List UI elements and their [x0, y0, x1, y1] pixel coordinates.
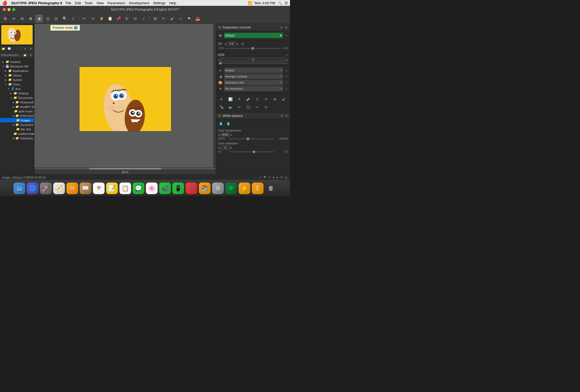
- panel-btn-close[interactable]: ✕: [28, 47, 33, 51]
- tree-item-desktop[interactable]: ▶ 📁 Desktop: [0, 60, 34, 64]
- dock-trash[interactable]: 🗑: [265, 183, 277, 194]
- ev-track[interactable]: [225, 48, 281, 49]
- tool-levels[interactable]: 📊: [227, 95, 234, 103]
- color-defl-increase[interactable]: ▶: [230, 146, 233, 149]
- dock-sigma[interactable]: Σ: [252, 183, 264, 194]
- panel-btn-info[interactable]: 💬: [7, 47, 12, 51]
- tool-crop2[interactable]: ⬛: [244, 103, 252, 111]
- menu-file[interactable]: File: [66, 1, 71, 5]
- path-folder-btn[interactable]: 📁: [23, 53, 27, 58]
- toolbar-warning[interactable]: ⚠: [69, 15, 77, 22]
- toolbar-preview[interactable]: ▣: [35, 15, 43, 22]
- toolbar-grid2[interactable]: ⊞: [151, 15, 159, 22]
- wb-close-icon[interactable]: ✕: [285, 114, 288, 118]
- toolbar-check[interactable]: ✓: [140, 15, 148, 22]
- tree-item-dvdfab[interactable]: ▶ 📁 DVDFab10: [0, 113, 34, 118]
- preset-add-btn[interactable]: +: [284, 33, 288, 38]
- status-undo[interactable]: ↺: [280, 175, 283, 179]
- wb-expand-icon[interactable]: ≫: [280, 114, 284, 117]
- hdr-value[interactable]: 0: [220, 58, 286, 62]
- toolbar-flip[interactable]: ⇄: [132, 15, 139, 22]
- color-temp-increase[interactable]: ▶: [230, 133, 233, 136]
- tree-item-desktop2[interactable]: ▶ 📁 Desktop: [0, 91, 34, 95]
- close-button[interactable]: [3, 8, 6, 11]
- preset-dropdown[interactable]: Default ▼: [224, 33, 283, 38]
- tool-twins[interactable]: Ⅱ: [253, 95, 261, 103]
- dock-launchpad[interactable]: 🚀: [40, 183, 52, 194]
- status-check[interactable]: ✓: [259, 175, 262, 179]
- minimize-button[interactable]: [7, 8, 11, 11]
- color-defl-value[interactable]: 3: [220, 145, 230, 150]
- status-color2[interactable]: ●: [276, 175, 278, 179]
- dock-sysprefs[interactable]: ⚙: [212, 183, 224, 194]
- contrast-dropdown[interactable]: Average contrast ▼: [224, 74, 283, 79]
- menu-tools[interactable]: Tools: [85, 1, 93, 5]
- dock-cyberduck[interactable]: ⚡: [239, 183, 250, 194]
- menu-view[interactable]: View: [96, 1, 104, 5]
- tree-item-4videosoft[interactable]: ▶ 📁 4Videosoft Studio: [0, 100, 34, 104]
- dock-reminders[interactable]: 📋: [119, 183, 131, 194]
- tree-item-videosolo[interactable]: ▶ 📁 VideoSolo Studio: [0, 136, 34, 140]
- dock-siri[interactable]: 🌐: [27, 183, 38, 194]
- tone-add-btn[interactable]: +: [284, 68, 288, 72]
- dock-messages[interactable]: 💬: [133, 183, 144, 194]
- hdr-thumb[interactable]: [219, 62, 222, 65]
- color-dropdown[interactable]: Standard color ▼: [224, 80, 283, 85]
- hdr-chevron-icon[interactable]: ▼: [285, 53, 288, 57]
- color-add-btn[interactable]: +: [284, 80, 288, 85]
- tool-rotate2[interactable]: ↻: [262, 103, 270, 111]
- toolbar-rotate[interactable]: ↻: [123, 15, 131, 22]
- color-temp-thumb[interactable]: [247, 138, 249, 140]
- wb-eyedrop2[interactable]: 💧: [225, 120, 231, 126]
- tool-eyedrop[interactable]: 💉: [244, 95, 252, 103]
- path-refresh-btn[interactable]: ↻: [28, 53, 33, 58]
- toolbar-select[interactable]: ✂: [160, 15, 167, 22]
- dock-photos[interactable]: 🌸: [146, 183, 158, 194]
- tree-item-images[interactable]: 📁 Images: [0, 118, 34, 122]
- tree-item-dmx[interactable]: ▼ 👤 dmx: [0, 86, 34, 91]
- tool-scissors[interactable]: ✂: [253, 103, 261, 111]
- tool-fish[interactable]: 🐟: [227, 103, 234, 111]
- status-print[interactable]: 🖨: [284, 175, 288, 179]
- status-flag[interactable]: ⚑: [263, 175, 266, 179]
- toolbar-zoom-in[interactable]: 🔍: [61, 15, 68, 22]
- toolbar-grid[interactable]: ⊟: [19, 15, 26, 22]
- apple-menu[interactable]: 🍎: [2, 1, 7, 6]
- preview-scrollbar-vertical[interactable]: [213, 24, 216, 170]
- dock-facetime2[interactable]: 📱: [172, 183, 184, 194]
- status-x[interactable]: ✕: [268, 175, 271, 179]
- panel-btn-folder[interactable]: 📁: [1, 47, 6, 51]
- dock-calendar[interactable]: 📅: [93, 183, 105, 194]
- tool-pen[interactable]: ✏: [235, 103, 243, 111]
- dock-notes[interactable]: 📝: [106, 183, 118, 194]
- tree-item-untitled[interactable]: 📁 untitled folder: [0, 131, 34, 136]
- toolbar-paint[interactable]: 🖌: [168, 15, 176, 22]
- toolbar-copy[interactable]: 📋: [106, 15, 114, 22]
- dock-safari[interactable]: 🧭: [53, 183, 65, 194]
- toolbar-undo[interactable]: ↩: [81, 15, 88, 22]
- panel-expand-icon[interactable]: ≫: [280, 26, 283, 29]
- sharpness-add-btn[interactable]: +: [284, 86, 288, 91]
- dock-silkypix[interactable]: JP: [225, 183, 237, 194]
- toolbar-paste[interactable]: 📌: [115, 15, 122, 22]
- tree-item-joyoshare[interactable]: ▶ 📁 Joyoshare Media: [0, 122, 34, 127]
- panel-close-icon[interactable]: ✕: [285, 25, 288, 30]
- dock-contacts[interactable]: 📖: [80, 183, 91, 194]
- menu-edit[interactable]: Edit: [75, 1, 81, 5]
- color-defl-decrease[interactable]: ◀: [218, 146, 220, 149]
- toolbar-split[interactable]: ◫: [44, 15, 51, 22]
- color-defl-track[interactable]: [228, 151, 274, 152]
- menu-parameters[interactable]: Parameters: [108, 1, 125, 5]
- toolbar-develop[interactable]: ⚡: [98, 15, 105, 22]
- tree-item-documents[interactable]: ▼ 📁 Documents: [0, 95, 34, 100]
- tool-undo2[interactable]: ↺: [262, 95, 270, 103]
- tool-gear[interactable]: ⚙: [271, 95, 279, 103]
- maximize-button[interactable]: [12, 8, 15, 11]
- tree-item-anymp4[interactable]: ▶ 📁 AnyMP4 Studio: [0, 104, 34, 109]
- tone-dropdown[interactable]: Default ▼: [224, 68, 283, 73]
- hdr-track[interactable]: [218, 63, 288, 64]
- dock-facetime[interactable]: 📹: [159, 183, 171, 194]
- sharpness-dropdown[interactable]: No sharpness ▼: [224, 86, 283, 91]
- color-temp-value[interactable]: 6500: [220, 133, 230, 137]
- toolbar-crop[interactable]: ⊹: [177, 15, 184, 22]
